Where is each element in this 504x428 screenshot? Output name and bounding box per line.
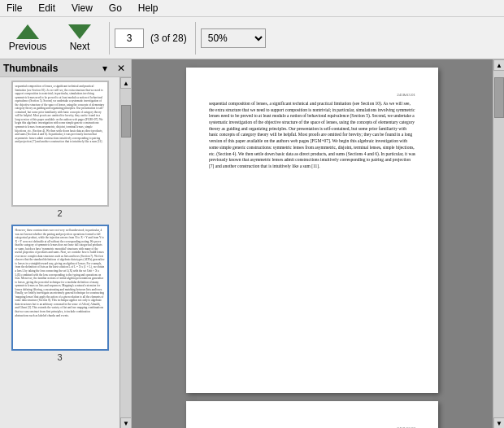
sidebar-scroll-up[interactable]: ▲: [120, 77, 131, 89]
thumbnail-number-3: 3: [57, 352, 62, 362]
menu-bar: File Edit View Go Help: [0, 0, 504, 17]
sidebar-dropdown-icon[interactable]: ▾: [98, 62, 111, 75]
pdf-scroll-track[interactable]: [493, 71, 504, 417]
pdf-view[interactable]: 241&63.01 sequential composition of lens…: [132, 59, 493, 428]
sidebar-scroll-down[interactable]: ▼: [120, 417, 131, 428]
menu-file[interactable]: File: [3, 2, 25, 15]
previous-icon: [16, 24, 39, 39]
thumbnail-image-3: However, these constructions were not ve…: [11, 225, 109, 351]
thumbnail-image-2: sequential composition of lenses, a sign…: [11, 81, 109, 207]
thumbnail-list: sequential composition of lenses, a sign…: [0, 77, 119, 428]
next-button[interactable]: Next: [55, 19, 104, 58]
thumbnail-text-3: However, these constructions were not ve…: [13, 226, 107, 349]
pdf-scroll-thumb[interactable]: [494, 77, 504, 118]
next-icon: [68, 24, 91, 39]
main-area: Thumbnails ▾ ✕ sequential composition of…: [0, 59, 504, 428]
menu-help[interactable]: Help: [135, 2, 162, 15]
sidebar-title: Thumbnails: [3, 63, 58, 74]
sidebar-scroll-track[interactable]: [120, 89, 131, 417]
pdf-page-num-2: 241&63.01: [209, 92, 415, 98]
previous-label: Previous: [9, 41, 47, 52]
sidebar-close-icon[interactable]: ✕: [115, 62, 128, 75]
toolbar-separator: [109, 22, 110, 55]
next-label: Next: [70, 41, 90, 52]
page-number-input[interactable]: [115, 28, 144, 48]
toolbar-separator-2: [195, 22, 196, 55]
thumbnails-panel: Thumbnails ▾ ✕ sequential composition of…: [0, 59, 132, 428]
zoom-select[interactable]: 50% 25% 33% 67% 75% 100% 125% 150% 200%: [201, 28, 266, 48]
pdf-page-2: 241&63.01 sequential composition of lens…: [186, 68, 438, 393]
thumbnail-text-2: sequential composition of lenses, a sign…: [13, 82, 107, 205]
menu-edit[interactable]: Edit: [35, 2, 59, 15]
sidebar-header: Thumbnails ▾ ✕: [0, 59, 131, 77]
pdf-page-content-2: sequential composition of lenses, a sign…: [209, 101, 415, 170]
pdf-scrollbar[interactable]: ▲ ▼: [493, 59, 504, 428]
thumbnail-page-3[interactable]: However, these constructions were not ve…: [3, 225, 116, 362]
menu-go[interactable]: Go: [106, 2, 125, 15]
thumbnail-number-2: 2: [57, 208, 62, 218]
toolbar: Previous Next (3 of 28) 50% 25% 33% 67% …: [0, 17, 504, 59]
sidebar-scrollbar[interactable]: ▲ ▼: [119, 77, 131, 428]
pdf-scroll-down[interactable]: ▼: [493, 417, 504, 428]
previous-button[interactable]: Previous: [3, 19, 52, 58]
pdf-page-3: 241&63.02 However, these constructions w…: [186, 401, 438, 428]
menu-view[interactable]: View: [68, 2, 96, 15]
pdf-area: 241&63.01 sequential composition of lens…: [132, 59, 504, 428]
page-info: (3 of 28): [147, 33, 190, 44]
sidebar-header-icons: ▾ ✕: [98, 62, 128, 75]
thumbnail-page-2[interactable]: sequential composition of lenses, a sign…: [3, 81, 116, 218]
sidebar-scroll-thumb[interactable]: [121, 105, 131, 138]
pdf-scroll-up[interactable]: ▲: [493, 59, 504, 71]
